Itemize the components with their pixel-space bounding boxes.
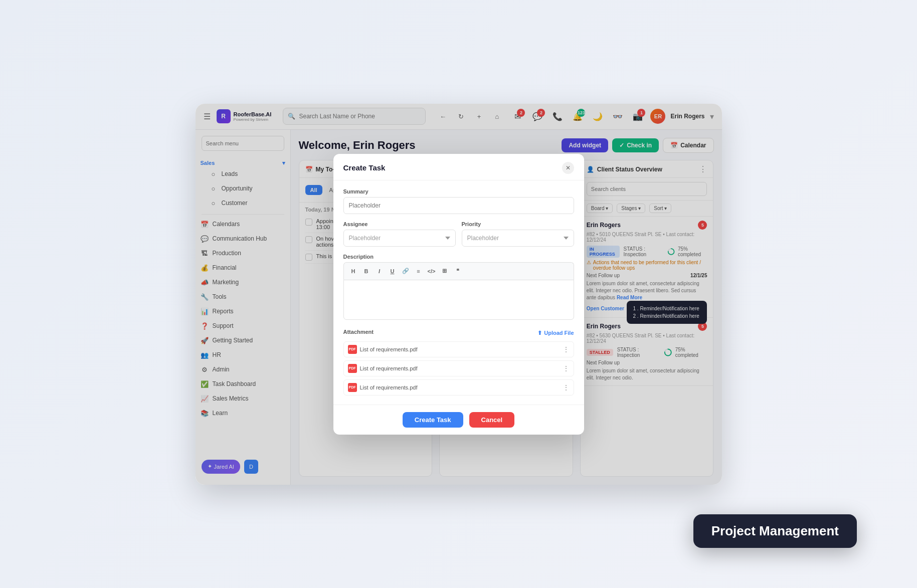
- summary-form-group: Summary: [343, 188, 574, 214]
- pdf-icon-1: PDF: [348, 345, 357, 354]
- attachment-form-group: Attachment ⬆ Upload File PDF List of req…: [343, 329, 574, 396]
- attachment-item-3: PDF List of requirements.pdf ⋮: [343, 379, 574, 396]
- format-list-button[interactable]: ≡: [413, 266, 424, 277]
- dialog-footer: Create Task Cancel: [333, 405, 584, 435]
- upload-file-button[interactable]: ⬆ Upload File: [537, 330, 574, 336]
- format-italic-button[interactable]: I: [374, 266, 385, 277]
- assignee-form-group: Assignee Placeholder: [343, 221, 456, 247]
- attachment-label: Attachment: [343, 329, 374, 335]
- attachment-item-1: PDF List of requirements.pdf ⋮: [343, 341, 574, 357]
- priority-select[interactable]: Placeholder: [462, 230, 574, 247]
- attachment-header: Attachment ⬆ Upload File: [343, 329, 574, 337]
- attachment-name-3: PDF List of requirements.pdf: [348, 383, 418, 392]
- dialog-close-button[interactable]: ✕: [562, 162, 574, 174]
- attachment-menu-3[interactable]: ⋮: [563, 383, 570, 391]
- create-task-dialog: Create Task ✕ Summary Assignee: [333, 154, 584, 435]
- upload-label: Upload File: [544, 330, 574, 336]
- assignee-select[interactable]: Placeholder: [343, 230, 456, 247]
- dialog-title: Create Task: [343, 163, 386, 172]
- dialog-header: Create Task ✕: [333, 154, 584, 180]
- create-task-button[interactable]: Create Task: [403, 412, 463, 428]
- assignee-priority-row: Assignee Placeholder Priority Placeholde…: [343, 221, 574, 247]
- priority-label: Priority: [462, 221, 574, 227]
- attachment-name-2: PDF List of requirements.pdf: [348, 364, 418, 373]
- description-label: Description: [343, 254, 574, 260]
- description-toolbar: H B I U 🔗 ≡ </> ⊞ ❝: [343, 262, 574, 280]
- attachment-menu-2[interactable]: ⋮: [563, 364, 570, 372]
- cancel-button[interactable]: Cancel: [469, 412, 515, 428]
- attachment-menu-1[interactable]: ⋮: [563, 345, 570, 353]
- pdf-icon-2: PDF: [348, 364, 357, 373]
- priority-form-group: Priority Placeholder: [462, 221, 574, 247]
- description-form-group: Description H B I U 🔗 ≡ </> ⊞ ❝: [343, 254, 574, 322]
- dialog-overlay: Create Task ✕ Summary Assignee: [196, 104, 722, 485]
- format-code-button[interactable]: </>: [426, 266, 437, 277]
- summary-label: Summary: [343, 188, 574, 194]
- attachment-name-1: PDF List of requirements.pdf: [348, 345, 418, 354]
- format-link-button[interactable]: 🔗: [400, 266, 411, 277]
- project-management-label: Project Management: [693, 514, 857, 548]
- dialog-body: Summary Assignee Placeholder Priority: [333, 180, 584, 405]
- description-textarea[interactable]: [343, 280, 574, 320]
- format-table-button[interactable]: ⊞: [439, 266, 450, 277]
- summary-input[interactable]: [343, 197, 574, 214]
- format-h-button[interactable]: H: [348, 266, 359, 277]
- format-bold-button[interactable]: B: [361, 266, 372, 277]
- attachment-item-2: PDF List of requirements.pdf ⋮: [343, 360, 574, 376]
- upload-icon: ⬆: [537, 330, 542, 336]
- assignee-label: Assignee: [343, 221, 456, 227]
- format-underline-button[interactable]: U: [387, 266, 398, 277]
- format-quote-button[interactable]: ❝: [452, 266, 463, 277]
- pdf-icon-3: PDF: [348, 383, 357, 392]
